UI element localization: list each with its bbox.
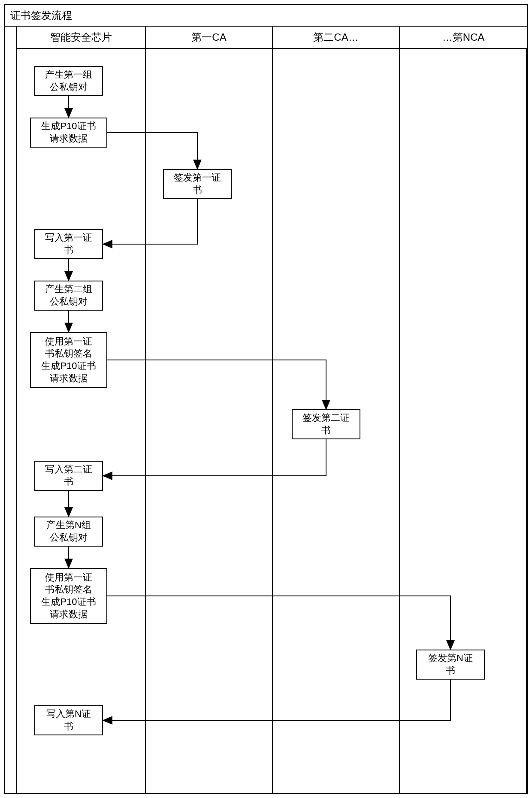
diagram-title: 证书签发流程 bbox=[5, 5, 527, 27]
node-issueN: 签发第N证 书 bbox=[416, 650, 485, 680]
node-write2: 写入第二证 书 bbox=[34, 461, 103, 491]
node-write1: 写入第一证 书 bbox=[34, 229, 103, 259]
lane-body: 产生第一组 公私钥对 生成P10证书 请求数据 签发第一证 书 写入第一证 书 … bbox=[17, 49, 527, 794]
node-issue2: 签发第二证 书 bbox=[292, 409, 360, 439]
node-p10-2: 使用第一证 书私钥签名 生成P10证书 请求数据 bbox=[30, 332, 107, 388]
lane-header-chip: 智能安全芯片 bbox=[17, 27, 146, 48]
node-p10-1: 生成P10证书 请求数据 bbox=[30, 118, 107, 148]
lane-ca1 bbox=[146, 49, 273, 794]
diagram-frame: 证书签发流程 阶段 智能安全芯片 第一CA 第二CA… …第NCA 产生第一组 … bbox=[4, 4, 528, 794]
lane-header-caN: …第NCA bbox=[400, 27, 527, 48]
lanes: 智能安全芯片 第一CA 第二CA… …第NCA 产生第一组 公私钥对 生成P10… bbox=[17, 27, 527, 794]
lane-header-ca1: 第一CA bbox=[146, 27, 273, 48]
lane-header-ca2: 第二CA… bbox=[273, 27, 400, 48]
lane-headers: 智能安全芯片 第一CA 第二CA… …第NCA bbox=[17, 27, 527, 49]
node-p10-N: 使用第一证 书私钥签名 生成P10证书 请求数据 bbox=[30, 568, 107, 624]
node-gen-key2: 产生第二组 公私钥对 bbox=[34, 281, 103, 311]
phase-column: 阶段 bbox=[5, 27, 17, 794]
lane-chip bbox=[17, 49, 146, 794]
node-gen-keyN: 产生第N组 公私钥对 bbox=[34, 517, 103, 547]
lane-caN bbox=[400, 49, 527, 794]
node-issue1: 签发第一证 书 bbox=[163, 169, 232, 199]
diagram-grid: 阶段 智能安全芯片 第一CA 第二CA… …第NCA 产生第一组 公私钥对 生成… bbox=[5, 27, 527, 794]
node-writeN: 写入第N证 书 bbox=[34, 705, 103, 735]
node-gen-key1: 产生第一组 公私钥对 bbox=[34, 66, 103, 96]
